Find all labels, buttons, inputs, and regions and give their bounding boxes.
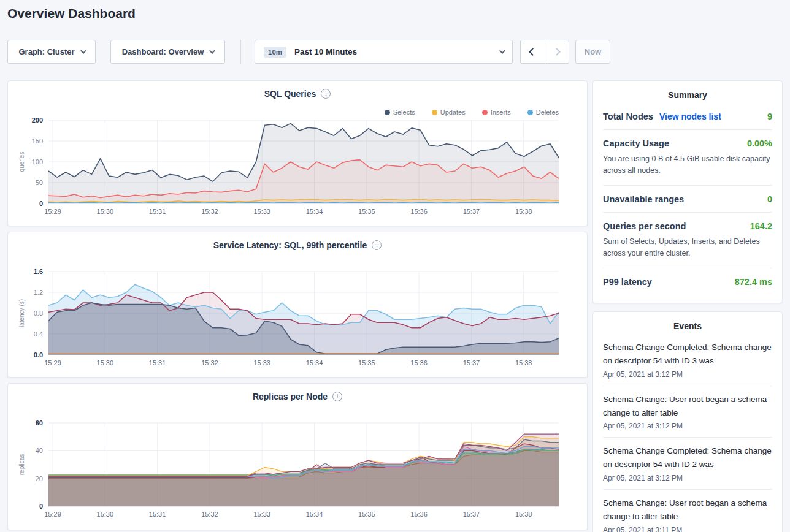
events-title: Events [603, 312, 772, 334]
svg-text:15:37: 15:37 [463, 359, 480, 367]
svg-text:15:38: 15:38 [515, 511, 532, 518]
svg-text:15:36: 15:36 [410, 208, 428, 215]
svg-text:latency (s): latency (s) [18, 299, 25, 327]
graph-scope-dropdown[interactable]: Graph: Cluster [7, 40, 96, 64]
time-range-label: Past 10 Minutes [294, 47, 357, 56]
chart-title: Replicas per Node [253, 392, 328, 401]
legend-item-deletes[interactable]: Deletes [527, 108, 559, 116]
svg-text:100: 100 [32, 158, 43, 165]
service-latency-panel: Service Latency: SQL, 99th percentile i … [7, 232, 588, 378]
time-back-button[interactable] [521, 40, 545, 63]
summary-note: Sum of Selects, Updates, Inserts, and De… [603, 231, 772, 260]
legend-item-selects[interactable]: Selects [385, 108, 415, 116]
legend-item-updates[interactable]: Updates [432, 108, 466, 116]
event-list-item[interactable]: Schema Change: User root began a schema … [603, 490, 772, 532]
svg-text:15:32: 15:32 [201, 359, 218, 367]
svg-text:15:29: 15:29 [44, 208, 61, 215]
svg-text:15:33: 15:33 [253, 208, 270, 215]
summary-label: P99 latency [603, 277, 652, 287]
chart-title: SQL Queries [264, 89, 316, 99]
legend-dot [385, 110, 390, 115]
svg-text:15:31: 15:31 [149, 511, 166, 518]
time-forward-button[interactable] [545, 40, 569, 63]
chart-title: Service Latency: SQL, 99th percentile [213, 240, 367, 250]
info-icon[interactable]: i [321, 89, 331, 99]
sql-queries-panel: SQL Queries i Selects Updates Inserts De… [7, 80, 588, 226]
svg-text:0: 0 [39, 503, 43, 510]
time-step-group [520, 40, 569, 64]
chevron-down-icon [499, 48, 505, 54]
event-list-item[interactable]: Schema Change: User root began a schema … [603, 386, 772, 438]
dashboard-label: Dashboard: Overview [122, 47, 204, 56]
summary-value: 0 [767, 194, 772, 204]
sidebar: Summary Total Nodes View nodes list 9 Ca… [592, 80, 783, 532]
svg-text:15:35: 15:35 [358, 208, 375, 215]
chevron-down-icon [80, 48, 86, 54]
event-text: Schema Change Completed: Schema change o… [603, 444, 772, 471]
svg-text:150: 150 [32, 137, 43, 145]
event-list-item[interactable]: Schema Change Completed: Schema change o… [603, 334, 772, 386]
event-timestamp: Apr 05, 2021 at 3:12 PM [603, 419, 772, 430]
summary-label: Queries per second [603, 221, 686, 231]
summary-value: 0.00% [747, 139, 772, 148]
svg-text:replicas: replicas [18, 454, 25, 475]
legend-item-inserts[interactable]: Inserts [482, 108, 511, 116]
chart-legend: Selects Updates Inserts Deletes [385, 108, 559, 116]
svg-text:15:38: 15:38 [515, 359, 532, 367]
svg-text:50: 50 [36, 179, 43, 186]
replicas-per-node-chart: 15:2915:3015:3115:3215:3315:3415:3515:36… [8, 420, 588, 526]
summary-value: 9 [767, 112, 772, 121]
event-text: Schema Change: User root began a schema … [603, 393, 772, 420]
time-range-picker[interactable]: 10m Past 10 Minutes [255, 40, 513, 64]
replicas-per-node-panel: Replicas per Node i 15:2915:3015:3115:32… [7, 383, 588, 530]
svg-text:15:29: 15:29 [44, 359, 61, 367]
legend-label: Updates [440, 108, 466, 116]
summary-label: Capacity Usage [603, 139, 669, 148]
svg-text:60: 60 [36, 420, 43, 427]
svg-text:15:31: 15:31 [149, 359, 166, 367]
event-timestamp: Apr 05, 2021 at 3:11 PM [603, 523, 772, 532]
svg-text:15:34: 15:34 [306, 208, 323, 215]
toolbar-divider [240, 40, 241, 64]
legend-dot [482, 110, 488, 115]
toolbar: Graph: Cluster Dashboard: Overview 10m P… [0, 40, 610, 64]
svg-text:0: 0 [39, 200, 43, 207]
svg-text:20: 20 [36, 475, 43, 482]
svg-text:15:32: 15:32 [201, 208, 218, 215]
svg-text:200: 200 [32, 118, 43, 124]
svg-text:15:34: 15:34 [306, 511, 323, 518]
chevron-right-icon [553, 48, 561, 56]
summary-value: 164.2 [750, 221, 772, 231]
svg-text:15:37: 15:37 [463, 511, 480, 518]
svg-text:queries: queries [18, 152, 25, 172]
summary-row-queries-per-second: Queries per second 164.2 Sum of Selects,… [603, 213, 772, 268]
time-range-badge: 10m [264, 47, 286, 58]
summary-row-total-nodes: Total Nodes View nodes list 9 [603, 103, 772, 130]
svg-text:15:33: 15:33 [253, 511, 270, 518]
dashboard-dropdown[interactable]: Dashboard: Overview [110, 40, 225, 64]
chevron-left-icon [529, 48, 537, 56]
sql-queries-chart: 15:2915:3015:3115:3215:3315:3415:3515:36… [8, 118, 588, 223]
svg-text:15:36: 15:36 [410, 359, 428, 367]
legend-label: Inserts [491, 108, 511, 116]
svg-text:40: 40 [36, 447, 43, 454]
summary-row-unavailable-ranges: Unavailable ranges 0 [603, 186, 772, 213]
svg-text:15:34: 15:34 [306, 359, 323, 367]
graph-scope-label: Graph: Cluster [18, 47, 74, 56]
legend-dot [527, 110, 533, 115]
summary-row-p99-latency: P99 latency 872.4 ms [603, 268, 772, 295]
svg-text:15:35: 15:35 [358, 511, 375, 518]
event-timestamp: Apr 05, 2021 at 3:12 PM [603, 471, 772, 482]
event-list-item[interactable]: Schema Change Completed: Schema change o… [603, 438, 772, 490]
svg-text:15:30: 15:30 [97, 511, 114, 518]
legend-dot [432, 110, 437, 115]
svg-text:15:35: 15:35 [358, 359, 375, 367]
events-panel: Events Schema Change Completed: Schema c… [592, 311, 783, 532]
svg-text:15:36: 15:36 [410, 511, 428, 518]
svg-text:15:37: 15:37 [463, 208, 480, 215]
info-icon[interactable]: i [372, 240, 382, 250]
info-icon[interactable]: i [332, 392, 342, 401]
view-nodes-list-link[interactable]: View nodes list [659, 112, 721, 121]
svg-text:15:31: 15:31 [149, 208, 166, 215]
now-button[interactable]: Now [575, 40, 610, 64]
